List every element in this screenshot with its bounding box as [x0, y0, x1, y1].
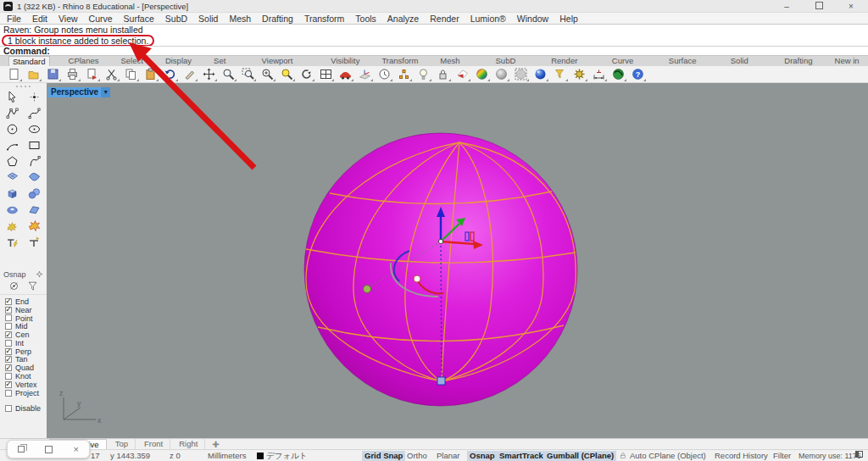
osnap-toggle-icon[interactable] — [8, 280, 21, 292]
viewport-tab-right[interactable]: Right — [172, 439, 205, 449]
menu-tools[interactable]: Tools — [355, 14, 376, 24]
polyline-icon[interactable] — [4, 106, 21, 120]
control-point-curve-icon[interactable] — [26, 106, 43, 120]
pan-icon[interactable] — [200, 67, 218, 82]
zoom-icon[interactable] — [220, 67, 237, 82]
menu-drafting[interactable]: Drafting — [262, 14, 293, 24]
earth-icon[interactable] — [609, 67, 627, 82]
restore-button[interactable] — [814, 2, 824, 11]
rectangle-icon[interactable] — [26, 138, 43, 153]
status-planar[interactable]: Planar — [437, 451, 459, 461]
new-file-icon[interactable] — [5, 67, 23, 82]
menu-render[interactable]: Render — [430, 14, 459, 24]
close-button[interactable]: × — [846, 2, 856, 11]
status-record-history[interactable]: Record History — [715, 451, 768, 461]
display-rendered-icon[interactable] — [531, 67, 549, 82]
tab-solid-tools[interactable]: Solid Tools — [727, 56, 765, 66]
dimension-icon[interactable] — [590, 67, 608, 82]
print-icon[interactable] — [64, 67, 81, 82]
named-views-car-icon[interactable] — [337, 67, 354, 82]
tab-standard[interactable]: Standard — [8, 56, 50, 66]
osnap-perp-checkbox[interactable] — [5, 348, 12, 355]
menu-window[interactable]: Window — [517, 14, 548, 24]
menu-solid[interactable]: Solid — [198, 14, 218, 24]
single-point-icon[interactable] — [26, 90, 43, 104]
menu-view[interactable]: View — [58, 14, 78, 24]
display-shaded-icon[interactable] — [492, 67, 510, 82]
menu-mesh[interactable]: Mesh — [229, 14, 251, 24]
viewport-title[interactable]: Perspective — [48, 87, 101, 97]
minimize-button[interactable]: – — [782, 2, 792, 11]
surface-icon[interactable] — [26, 170, 43, 185]
polygon-icon[interactable] — [4, 154, 21, 169]
undo-icon[interactable] — [161, 67, 179, 82]
selection-filter-icon[interactable] — [551, 67, 569, 82]
fillet-icon[interactable] — [4, 219, 21, 233]
dock-grip[interactable] — [0, 83, 47, 90]
osnap-quad-checkbox[interactable] — [5, 364, 12, 371]
command-prompt[interactable]: Command: — [0, 46, 868, 56]
osnap-point-checkbox[interactable] — [5, 314, 12, 321]
torus-icon[interactable] — [4, 203, 21, 217]
status-auto-cplane[interactable]: Auto CPlane (Object) — [630, 451, 706, 461]
menu-file[interactable]: File — [7, 14, 21, 24]
box-icon[interactable] — [4, 186, 21, 201]
tab-set-view[interactable]: Set View — [210, 56, 243, 66]
options-gear-icon[interactable] — [570, 67, 588, 82]
paste-icon[interactable] — [142, 67, 159, 82]
split-icon[interactable] — [26, 235, 43, 249]
tab-drafting[interactable]: Drafting — [781, 56, 815, 66]
circle-icon[interactable] — [4, 122, 21, 136]
status-units[interactable]: Millimeters — [208, 451, 246, 461]
tab-surface-tools[interactable]: Surface Tools — [665, 56, 712, 66]
overlap-maximize-icon[interactable] — [45, 446, 53, 453]
overlap-close-icon[interactable]: × — [73, 444, 78, 454]
osnap-mid-checkbox[interactable] — [5, 323, 12, 330]
menu-edit[interactable]: Edit — [32, 14, 47, 24]
rotate-view-icon[interactable] — [298, 67, 315, 82]
plane-icon[interactable] — [26, 203, 43, 217]
perspective-viewport[interactable]: Perspective ▼ — [47, 83, 868, 438]
status-layer[interactable]: デフォルト — [257, 451, 308, 461]
osnap-int-checkbox[interactable] — [5, 340, 12, 347]
tab-display[interactable]: Display — [162, 56, 195, 66]
spheres-icon[interactable] — [26, 186, 43, 201]
osnap-near-checkbox[interactable] — [5, 307, 12, 314]
status-osnap[interactable]: Osnap — [467, 451, 498, 461]
display-rainbow-icon[interactable] — [473, 67, 491, 82]
menu-surface[interactable]: Surface — [124, 14, 154, 24]
menu-analyze[interactable]: Analyze — [387, 14, 419, 24]
status-filter[interactable]: Filter — [773, 451, 791, 461]
ellipse-icon[interactable] — [26, 122, 43, 136]
export-icon[interactable] — [83, 67, 101, 82]
tab-select[interactable]: Select — [117, 56, 146, 66]
lamp-icon[interactable] — [415, 67, 432, 82]
copy-icon[interactable] — [122, 67, 140, 82]
osnap-knot-checkbox[interactable] — [5, 373, 12, 380]
status-ortho[interactable]: Ortho — [407, 451, 427, 461]
edit-pen-icon[interactable] — [181, 67, 198, 82]
history-clock-icon[interactable] — [376, 67, 393, 82]
tab-mesh-tools[interactable]: Mesh Tools — [437, 56, 476, 66]
osnap-vertex-checkbox[interactable] — [5, 381, 12, 388]
osnap-end-checkbox[interactable] — [5, 298, 12, 305]
menu-lumion[interactable]: Lumion® — [470, 14, 506, 24]
menu-curve[interactable]: Curve — [89, 14, 113, 24]
zoom-window-icon[interactable] — [239, 67, 257, 82]
freeform-curve-icon[interactable] — [26, 154, 43, 169]
trim-icon[interactable] — [4, 235, 21, 249]
tab-curve-tools[interactable]: Curve Tools — [609, 56, 650, 66]
osnap-disable-checkbox[interactable] — [5, 405, 12, 412]
status-grid-snap[interactable]: Grid Snap — [362, 451, 405, 461]
display-ghosted-icon[interactable] — [512, 67, 530, 82]
menu-help[interactable]: Help — [559, 14, 578, 24]
tab-new-in-v8[interactable]: New in V8 — [832, 56, 868, 66]
tab-visibility[interactable]: Visibility — [327, 56, 363, 66]
overlap-restore-icon[interactable] — [18, 446, 25, 453]
viewport-dropdown-icon[interactable]: ▼ — [101, 87, 110, 97]
panel-toggle-icon[interactable] — [855, 451, 863, 458]
status-gumball[interactable]: Gumball (CPlane) — [544, 451, 616, 461]
cut-icon[interactable] — [103, 67, 120, 82]
menu-subd[interactable]: SubD — [165, 14, 187, 24]
osnap-gear-icon[interactable] — [36, 270, 43, 278]
